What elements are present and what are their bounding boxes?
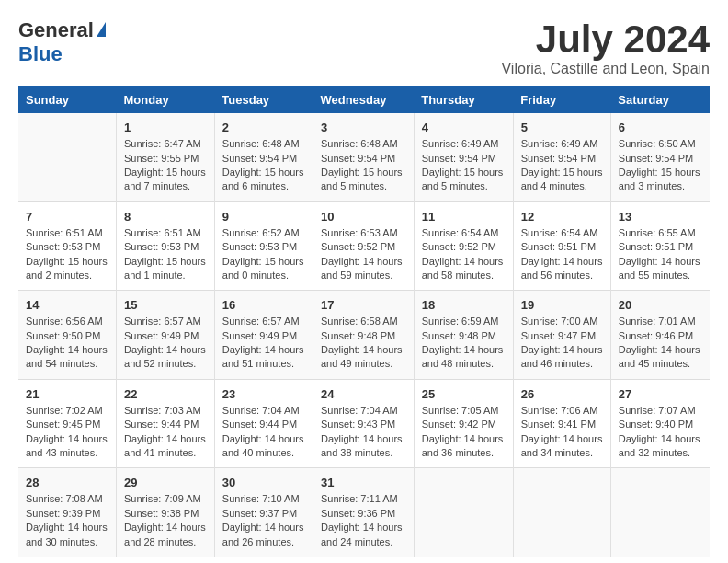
calendar-table: Sunday Monday Tuesday Wednesday Thursday… xyxy=(18,86,710,557)
day-number: 2 xyxy=(222,121,305,134)
day-number: 13 xyxy=(619,210,702,224)
header-wednesday: Wednesday xyxy=(313,86,414,113)
table-row: 24Sunrise: 7:04 AM Sunset: 9:43 PM Dayli… xyxy=(313,379,414,468)
day-number: 24 xyxy=(321,387,406,401)
day-info: Sunrise: 6:51 AM Sunset: 9:53 PM Dayligh… xyxy=(124,226,207,283)
day-info: Sunrise: 7:01 AM Sunset: 9:46 PM Dayligh… xyxy=(619,315,702,372)
day-number: 21 xyxy=(26,387,108,401)
day-info: Sunrise: 7:00 AM Sunset: 9:47 PM Dayligh… xyxy=(521,315,603,372)
table-row: 19Sunrise: 7:00 AM Sunset: 9:47 PM Dayli… xyxy=(513,291,610,380)
day-info: Sunrise: 6:58 AM Sunset: 9:48 PM Dayligh… xyxy=(321,315,406,372)
table-row: 13Sunrise: 6:55 AM Sunset: 9:51 PM Dayli… xyxy=(610,201,710,291)
day-info: Sunrise: 6:49 AM Sunset: 9:54 PM Dayligh… xyxy=(521,137,603,194)
day-info: Sunrise: 6:50 AM Sunset: 9:54 PM Dayligh… xyxy=(619,137,702,194)
day-number: 19 xyxy=(521,298,603,312)
day-info: Sunrise: 6:57 AM Sunset: 9:49 PM Dayligh… xyxy=(124,315,207,372)
day-info: Sunrise: 6:54 AM Sunset: 9:52 PM Dayligh… xyxy=(422,226,506,283)
table-row: 17Sunrise: 6:58 AM Sunset: 9:48 PM Dayli… xyxy=(313,291,414,380)
table-row: 15Sunrise: 6:57 AM Sunset: 9:49 PM Dayli… xyxy=(117,291,215,380)
day-number: 20 xyxy=(619,298,702,312)
calendar-week-row: 14Sunrise: 6:56 AM Sunset: 9:50 PM Dayli… xyxy=(18,291,710,380)
day-info: Sunrise: 7:07 AM Sunset: 9:40 PM Dayligh… xyxy=(619,404,702,461)
table-row: 27Sunrise: 7:07 AM Sunset: 9:40 PM Dayli… xyxy=(610,379,710,468)
calendar-week-row: 1Sunrise: 6:47 AM Sunset: 9:55 PM Daylig… xyxy=(18,113,710,201)
day-info: Sunrise: 6:54 AM Sunset: 9:51 PM Dayligh… xyxy=(521,226,603,283)
day-number: 23 xyxy=(222,387,305,401)
day-info: Sunrise: 7:06 AM Sunset: 9:41 PM Dayligh… xyxy=(521,404,603,461)
table-row: 20Sunrise: 7:01 AM Sunset: 9:46 PM Dayli… xyxy=(610,291,710,380)
table-row xyxy=(414,468,513,557)
table-row: 26Sunrise: 7:06 AM Sunset: 9:41 PM Dayli… xyxy=(513,379,610,468)
day-info: Sunrise: 7:05 AM Sunset: 9:42 PM Dayligh… xyxy=(422,404,506,461)
calendar-week-row: 7Sunrise: 6:51 AM Sunset: 9:53 PM Daylig… xyxy=(18,201,710,291)
day-info: Sunrise: 7:04 AM Sunset: 9:43 PM Dayligh… xyxy=(321,404,406,461)
table-row: 5Sunrise: 6:49 AM Sunset: 9:54 PM Daylig… xyxy=(513,113,610,201)
table-row: 6Sunrise: 6:50 AM Sunset: 9:54 PM Daylig… xyxy=(610,113,710,201)
table-row xyxy=(610,468,710,557)
logo: General Blue xyxy=(18,18,106,66)
calendar-header-row: Sunday Monday Tuesday Wednesday Thursday… xyxy=(18,86,710,113)
day-number: 11 xyxy=(422,210,506,224)
month-year-title: July 2024 xyxy=(501,18,710,61)
logo-blue-text: Blue xyxy=(18,42,63,65)
table-row: 1Sunrise: 6:47 AM Sunset: 9:55 PM Daylig… xyxy=(117,113,215,201)
table-row: 11Sunrise: 6:54 AM Sunset: 9:52 PM Dayli… xyxy=(414,201,513,291)
table-row xyxy=(18,113,117,201)
day-number: 7 xyxy=(26,210,108,224)
table-row: 25Sunrise: 7:05 AM Sunset: 9:42 PM Dayli… xyxy=(414,379,513,468)
location-subtitle: Viloria, Castille and Leon, Spain xyxy=(501,61,710,77)
header-monday: Monday xyxy=(117,86,215,113)
day-info: Sunrise: 6:57 AM Sunset: 9:49 PM Dayligh… xyxy=(222,315,305,372)
table-row: 29Sunrise: 7:09 AM Sunset: 9:38 PM Dayli… xyxy=(117,468,215,557)
day-info: Sunrise: 6:55 AM Sunset: 9:51 PM Dayligh… xyxy=(619,226,702,283)
header-sunday: Sunday xyxy=(18,86,117,113)
day-info: Sunrise: 7:03 AM Sunset: 9:44 PM Dayligh… xyxy=(124,404,207,461)
day-info: Sunrise: 6:51 AM Sunset: 9:53 PM Dayligh… xyxy=(26,226,108,283)
day-number: 27 xyxy=(619,387,702,401)
day-info: Sunrise: 6:56 AM Sunset: 9:50 PM Dayligh… xyxy=(26,315,108,372)
day-info: Sunrise: 7:08 AM Sunset: 9:39 PM Dayligh… xyxy=(26,492,108,549)
day-number: 15 xyxy=(124,298,207,312)
day-number: 22 xyxy=(124,387,207,401)
day-info: Sunrise: 7:02 AM Sunset: 9:45 PM Dayligh… xyxy=(26,404,108,461)
day-number: 14 xyxy=(26,298,108,312)
day-info: Sunrise: 6:49 AM Sunset: 9:54 PM Dayligh… xyxy=(422,137,506,194)
page-header: General Blue July 2024 Viloria, Castille… xyxy=(18,18,710,77)
table-row: 22Sunrise: 7:03 AM Sunset: 9:44 PM Dayli… xyxy=(117,379,215,468)
logo-triangle-icon xyxy=(97,22,106,37)
day-number: 8 xyxy=(124,210,207,224)
table-row: 4Sunrise: 6:49 AM Sunset: 9:54 PM Daylig… xyxy=(414,113,513,201)
day-info: Sunrise: 7:09 AM Sunset: 9:38 PM Dayligh… xyxy=(124,492,207,549)
table-row: 14Sunrise: 6:56 AM Sunset: 9:50 PM Dayli… xyxy=(18,291,117,380)
calendar-week-row: 28Sunrise: 7:08 AM Sunset: 9:39 PM Dayli… xyxy=(18,468,710,557)
table-row: 30Sunrise: 7:10 AM Sunset: 9:37 PM Dayli… xyxy=(214,468,313,557)
table-row: 2Sunrise: 6:48 AM Sunset: 9:54 PM Daylig… xyxy=(214,113,313,201)
day-info: Sunrise: 6:53 AM Sunset: 9:52 PM Dayligh… xyxy=(321,226,406,283)
day-info: Sunrise: 6:48 AM Sunset: 9:54 PM Dayligh… xyxy=(222,137,305,194)
day-info: Sunrise: 7:10 AM Sunset: 9:37 PM Dayligh… xyxy=(222,492,305,549)
logo-general-text: General xyxy=(18,18,94,42)
day-number: 29 xyxy=(124,476,207,489)
table-row: 18Sunrise: 6:59 AM Sunset: 9:48 PM Dayli… xyxy=(414,291,513,380)
day-number: 6 xyxy=(619,121,702,134)
day-info: Sunrise: 6:59 AM Sunset: 9:48 PM Dayligh… xyxy=(422,315,506,372)
table-row: 7Sunrise: 6:51 AM Sunset: 9:53 PM Daylig… xyxy=(18,201,117,291)
table-row: 9Sunrise: 6:52 AM Sunset: 9:53 PM Daylig… xyxy=(214,201,313,291)
day-number: 30 xyxy=(222,476,305,489)
day-number: 1 xyxy=(124,121,207,134)
header-friday: Friday xyxy=(513,86,610,113)
day-number: 3 xyxy=(321,121,406,134)
day-number: 26 xyxy=(521,387,603,401)
table-row xyxy=(513,468,610,557)
day-info: Sunrise: 7:11 AM Sunset: 9:36 PM Dayligh… xyxy=(321,492,406,549)
day-number: 10 xyxy=(321,210,406,224)
day-number: 17 xyxy=(321,298,406,312)
day-number: 9 xyxy=(222,210,305,224)
day-number: 16 xyxy=(222,298,305,312)
day-number: 12 xyxy=(521,210,603,224)
calendar-week-row: 21Sunrise: 7:02 AM Sunset: 9:45 PM Dayli… xyxy=(18,379,710,468)
table-row: 16Sunrise: 6:57 AM Sunset: 9:49 PM Dayli… xyxy=(214,291,313,380)
day-info: Sunrise: 6:48 AM Sunset: 9:54 PM Dayligh… xyxy=(321,137,406,194)
table-row: 23Sunrise: 7:04 AM Sunset: 9:44 PM Dayli… xyxy=(214,379,313,468)
table-row: 12Sunrise: 6:54 AM Sunset: 9:51 PM Dayli… xyxy=(513,201,610,291)
